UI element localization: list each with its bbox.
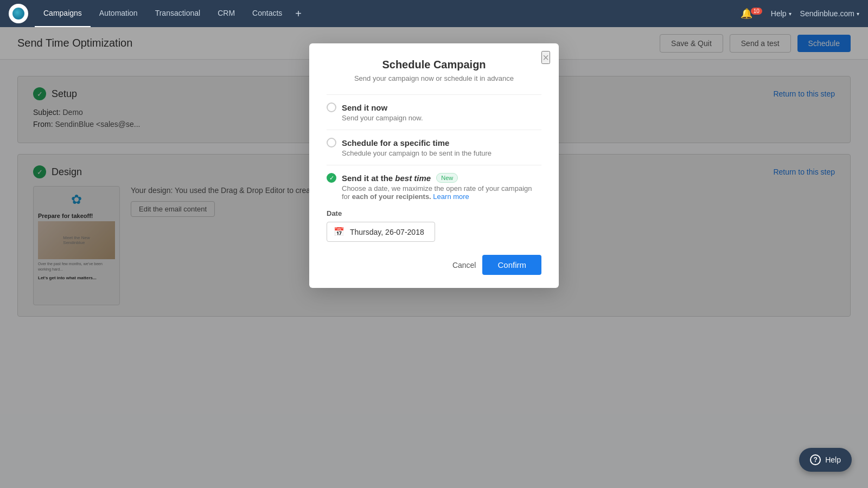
- option-schedule-label: Schedule for a specific time: [342, 138, 449, 147]
- radio-schedule-specific[interactable]: [327, 138, 336, 147]
- modal-title: Schedule Campaign: [327, 59, 541, 71]
- modal-overlay[interactable]: × Schedule Campaign Send your campaign n…: [0, 27, 868, 488]
- option-send-now[interactable]: Send it now Send your campaign now.: [327, 102, 541, 122]
- nav-contacts[interactable]: Contacts: [244, 0, 291, 27]
- modal-divider-1: [327, 94, 541, 95]
- option-best-time-label: Send it at the best time: [342, 174, 431, 183]
- option-send-now-row: Send it now: [327, 102, 541, 112]
- learn-more-link[interactable]: Learn more: [433, 192, 469, 201]
- nav-right-section: 🔔 10 Help ▾ Sendinblue.com ▾: [741, 8, 859, 20]
- date-input[interactable]: 📅 Thursday, 26-07-2018: [327, 222, 435, 242]
- modal-divider-3: [327, 165, 541, 165]
- notification-badge: 10: [751, 8, 762, 15]
- nav-transactional[interactable]: Transactional: [146, 0, 209, 27]
- logo-icon: [12, 8, 24, 20]
- account-chevron-icon: ▾: [857, 11, 859, 17]
- radio-send-now[interactable]: [327, 102, 336, 112]
- option-schedule-row: Schedule for a specific time: [327, 138, 541, 147]
- option-schedule-specific[interactable]: Schedule for a specific time Schedule yo…: [327, 138, 541, 157]
- help-fab-button[interactable]: ? Help: [799, 448, 852, 472]
- account-menu[interactable]: Sendinblue.com ▾: [800, 9, 859, 18]
- option-send-now-desc: Send your campaign now.: [342, 114, 541, 122]
- help-chevron-icon: ▾: [789, 11, 792, 17]
- cancel-button[interactable]: Cancel: [452, 261, 476, 269]
- nav-add-button[interactable]: +: [291, 0, 306, 27]
- nav-campaigns[interactable]: Campaigns: [35, 0, 91, 27]
- modal-footer: Cancel Confirm: [327, 255, 541, 275]
- new-badge: New: [436, 173, 458, 183]
- option-best-time[interactable]: Send it at the best time New Choose a da…: [327, 173, 541, 242]
- help-fab-icon: ?: [810, 454, 821, 465]
- date-section: Date 📅 Thursday, 26-07-2018: [327, 209, 541, 242]
- option-best-time-row: Send it at the best time New: [327, 173, 541, 183]
- nav-automation[interactable]: Automation: [91, 0, 146, 27]
- option-send-now-label: Send it now: [342, 103, 387, 112]
- schedule-modal: × Schedule Campaign Send your campaign n…: [309, 43, 559, 288]
- date-label: Date: [327, 209, 541, 217]
- notification-bell[interactable]: 🔔 10: [741, 8, 762, 20]
- modal-subtitle: Send your campaign now or schedule it in…: [327, 74, 541, 82]
- date-value: Thursday, 26-07-2018: [350, 228, 424, 236]
- main-area: Send Time Optimization Save & Quit Send …: [0, 27, 868, 488]
- nav-crm[interactable]: CRM: [209, 0, 244, 27]
- radio-best-time[interactable]: [327, 173, 336, 183]
- calendar-icon: 📅: [334, 227, 344, 237]
- confirm-button[interactable]: Confirm: [482, 255, 541, 275]
- logo[interactable]: [9, 4, 28, 23]
- modal-close-button[interactable]: ×: [541, 51, 550, 64]
- help-menu[interactable]: Help ▾: [771, 9, 792, 18]
- option-best-time-desc: Choose a date, we maximize the open rate…: [342, 184, 541, 201]
- modal-divider-2: [327, 130, 541, 130]
- navbar: Campaigns Automation Transactional CRM C…: [0, 0, 868, 27]
- option-schedule-desc: Schedule your campaign to be sent in the…: [342, 149, 541, 157]
